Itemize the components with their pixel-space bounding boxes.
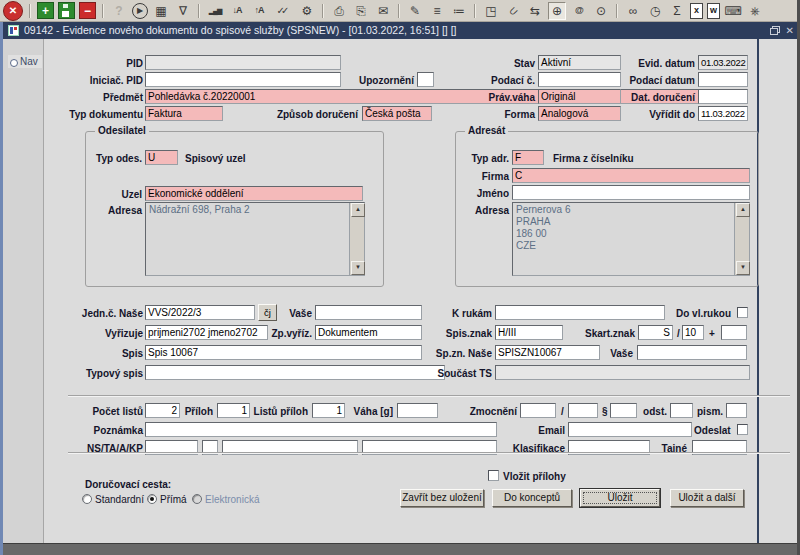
upozorneni-field[interactable] xyxy=(417,72,434,87)
typovy-spis-field[interactable] xyxy=(145,365,445,380)
dat-doruceni-field[interactable] xyxy=(698,89,748,104)
zavrit-bez-ulozeni-button[interactable]: Zavřít bez uložení xyxy=(400,489,484,507)
k-rukam-field[interactable] xyxy=(495,305,665,320)
close-icon[interactable]: ✕ xyxy=(786,22,794,39)
edit-icon[interactable]: ✎ xyxy=(406,2,424,20)
typ-dokumentu-field[interactable]: Faktura xyxy=(145,106,223,121)
radio-standardni[interactable] xyxy=(82,494,92,504)
pism-field[interactable] xyxy=(726,403,747,418)
skart-znak-field[interactable]: S xyxy=(638,325,673,340)
zmocneni-field-1[interactable] xyxy=(520,403,556,418)
odesilatel-adresa-scrollbar[interactable]: ▲▼ xyxy=(349,203,364,275)
vyridit-do-field[interactable]: 11.03.2022 xyxy=(698,106,748,121)
odeslat-label: Odeslat xyxy=(694,423,736,438)
soucast-ts-field[interactable] xyxy=(495,365,750,380)
sort-asc-icon[interactable]: ↓A xyxy=(228,2,246,20)
print-preview-icon[interactable]: ⎘ xyxy=(352,2,370,20)
zpusob-doruceni-field[interactable]: Česká pošta xyxy=(362,106,432,121)
odst-label: odst. xyxy=(642,404,667,419)
odesilatel-adresa-label: Adresa xyxy=(60,203,142,218)
typ-odes-label: Typ odes. xyxy=(60,151,142,166)
calendar-icon[interactable]: ▦ xyxy=(152,2,170,20)
toolbar-separator xyxy=(616,4,618,18)
sp-zn-vase-field[interactable] xyxy=(637,345,747,360)
open-window-icon[interactable]: ◳ xyxy=(482,2,500,20)
spis-znak-field[interactable]: H/III xyxy=(495,325,563,340)
ulozit-button[interactable]: Uložit xyxy=(580,489,660,507)
eye-icon[interactable]: ⊙ xyxy=(592,2,610,20)
filter-icon[interactable]: ∇ xyxy=(174,2,192,20)
excel-doc-icon[interactable]: x xyxy=(690,3,703,19)
uzel-field[interactable]: Ekonomické oddělení xyxy=(145,186,363,201)
glasses-icon[interactable]: ∞ xyxy=(624,2,642,20)
typ-odes-field[interactable]: U xyxy=(145,150,178,165)
spis-field[interactable]: Spis 10067 xyxy=(145,345,422,360)
upozorneni-label: Upozornění xyxy=(318,73,414,88)
radio-elektronicka[interactable] xyxy=(192,494,202,504)
tools-icon[interactable]: ⚙ xyxy=(298,2,316,20)
save-icon[interactable] xyxy=(58,2,75,19)
window-icon xyxy=(8,25,19,36)
attachment-icon[interactable]: ⊂ xyxy=(500,0,525,23)
forma-field[interactable]: Analogová xyxy=(538,106,621,121)
radio-prima[interactable] xyxy=(147,494,157,504)
word-doc-icon[interactable]: w xyxy=(707,3,720,19)
skart-roky-field[interactable]: 10 xyxy=(682,325,704,340)
insert-icon[interactable]: + xyxy=(37,2,54,19)
email-field[interactable] xyxy=(568,422,692,437)
zmocneni-field-3[interactable] xyxy=(610,403,637,418)
person-icon[interactable]: ⎈ xyxy=(746,2,764,20)
typ-adr-field[interactable]: F xyxy=(512,150,544,165)
jednc-nase-field[interactable]: VVS/2022/3 xyxy=(145,305,255,320)
odesilatel-adresa-textarea[interactable]: Nádražní 698, Praha 2 xyxy=(145,202,365,276)
do-konceptu-button[interactable]: Do konceptů xyxy=(492,489,572,507)
distribute-icon[interactable]: ⇆ xyxy=(526,2,544,20)
at-icon[interactable]: @ xyxy=(570,2,588,20)
radio-elektronicka-label: Elektronická xyxy=(205,493,259,506)
forma-label: Forma xyxy=(455,107,535,122)
firma-field[interactable]: C xyxy=(512,168,750,183)
adresat-adresa-textarea[interactable]: Pernerova 6 PRAHA 186 00 CZE xyxy=(512,202,750,276)
jmeno-field[interactable] xyxy=(512,185,750,200)
uzel-label: Uzel xyxy=(60,187,142,202)
email-icon[interactable]: ✉ xyxy=(374,2,392,20)
skart-extra-field[interactable] xyxy=(721,325,747,340)
print-icon[interactable]: ⎙ xyxy=(330,2,348,20)
iniciac-pid-field[interactable] xyxy=(145,72,341,87)
adresat-adresa-scrollbar[interactable]: ▲▼ xyxy=(734,203,749,275)
jednc-vase-field[interactable] xyxy=(315,305,422,320)
execute-icon[interactable]: ▶ xyxy=(132,3,148,19)
sort-desc-icon[interactable]: ↑A xyxy=(250,2,268,20)
validate-icon[interactable]: ✓✓ xyxy=(272,2,294,20)
help-icon[interactable]: ? xyxy=(110,2,128,20)
sum-icon[interactable]: Σ xyxy=(668,2,686,20)
pocet-listu-label: Počet listů xyxy=(45,404,143,419)
poznamka-field[interactable] xyxy=(145,422,497,437)
listu-priloh-field[interactable]: 1 xyxy=(312,403,345,418)
do-vl-rukou-checkbox[interactable] xyxy=(737,307,748,318)
firma-label: Firma xyxy=(430,169,509,184)
pid-field[interactable] xyxy=(145,55,341,70)
pid-label: PID xyxy=(45,56,143,71)
delete-icon[interactable]: − xyxy=(79,2,96,19)
vlozit-prilohy-checkbox[interactable] xyxy=(488,470,499,481)
keyboard-icon[interactable]: ⌨ xyxy=(724,2,742,20)
globe-icon[interactable]: ⊕ xyxy=(548,2,566,20)
evid-datum-field[interactable]: 01.03.2022 xyxy=(698,55,748,70)
restore-icon[interactable] xyxy=(770,26,780,35)
clock-icon[interactable]: ◷ xyxy=(646,2,664,20)
vaha-field[interactable] xyxy=(397,403,438,418)
ulozit-a-dalsi-button[interactable]: Uložit a další xyxy=(670,489,744,507)
zmocneni-field-2[interactable] xyxy=(568,403,598,418)
zp-vyriz-field[interactable]: Dokumentem xyxy=(315,325,422,340)
list-icon[interactable]: ≡ xyxy=(428,2,446,20)
vyridit-do-label: Vyřídit do xyxy=(610,107,695,122)
stav-field[interactable]: Aktivní xyxy=(538,55,621,70)
odst-field[interactable] xyxy=(670,403,693,418)
podaci-datum-field[interactable] xyxy=(698,72,748,87)
checklist-icon[interactable]: ≔ xyxy=(450,2,468,20)
odeslat-checkbox[interactable] xyxy=(737,424,748,435)
exit-icon[interactable]: ✕ xyxy=(3,1,23,21)
nav-toggle[interactable]: Nav xyxy=(8,55,42,68)
statistics-icon[interactable]: ▂▄▆ xyxy=(206,2,224,20)
